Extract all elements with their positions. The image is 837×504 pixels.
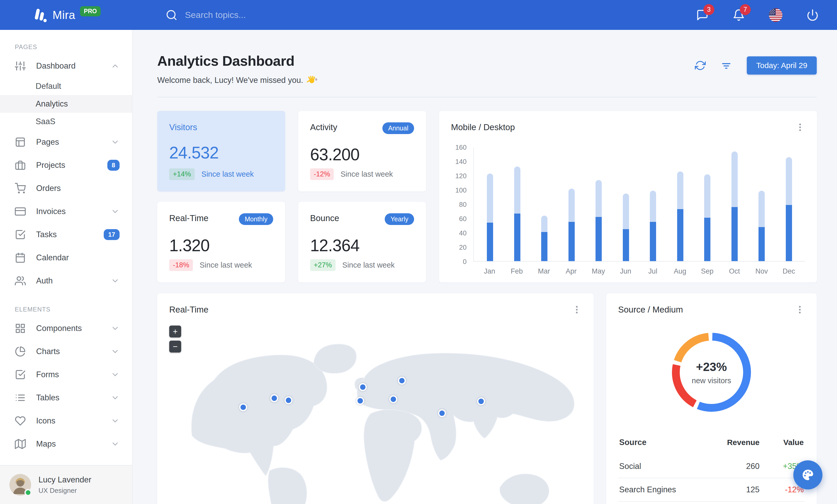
sidebar-item-auth[interactable]: Auth [0,269,132,292]
bar-mar[interactable] [541,216,548,261]
users-icon [15,275,26,286]
bar-jun[interactable] [623,193,629,261]
sidebar-item-pages[interactable]: Pages [0,130,132,153]
x-tick: Dec [775,267,802,275]
world-map[interactable] [158,324,593,504]
more-options-button[interactable] [795,123,805,132]
mira-logo-icon [33,8,47,22]
user-role: UX Designer [38,487,91,494]
heart-icon [15,415,26,426]
bar-apr[interactable] [569,189,575,261]
map-marker-7[interactable] [388,394,398,405]
bar-aug[interactable] [677,171,683,261]
map-marker-4[interactable] [358,382,368,392]
refresh-button[interactable] [695,60,706,71]
sidebar-subitem-saas[interactable]: SaaS [0,113,132,130]
source-table: Source Revenue Value Social260+35%Search… [618,431,805,504]
sidebar-item-projects[interactable]: Projects8 [0,153,132,177]
header-divider [157,97,817,97]
map-zoom-in-button[interactable]: + [169,325,181,337]
online-status-dot [24,489,32,496]
messages-button[interactable]: 3 [696,9,709,21]
count-badge: 8 [107,160,120,171]
map-marker-9[interactable] [476,396,486,407]
y-tick: 120 [456,172,467,180]
bar-may[interactable] [595,180,602,261]
wave-emoji-icon [307,75,317,86]
stat-caption: Since last week [201,170,254,179]
sidebar-item-tables[interactable]: Tables [0,386,132,409]
stat-value: 63.200 [310,145,414,164]
sidebar-subitem-analytics[interactable]: Analytics [0,95,132,113]
grid-icon [15,323,26,334]
more-options-button[interactable] [572,305,582,315]
stat-card-activity: ActivityAnnual63.200-12%Since last week [298,111,426,191]
sidebar-item-dashboard[interactable]: Dashboard [0,54,132,77]
y-axis: 020406080100120140160 [451,147,473,262]
sidebar-item-tasks[interactable]: Tasks17 [0,223,132,246]
bar-segment-mobile [786,205,792,261]
sidebar-subitem-default[interactable]: Default [0,77,132,95]
sidebar-item-label: Dashboard [36,61,76,71]
bar-nov[interactable] [759,191,765,261]
sidebar-item-forms[interactable]: Forms [0,363,132,386]
bar-oct[interactable] [731,151,738,261]
bar-segment-mobile [650,222,656,261]
brand[interactable]: Mira PRO [33,8,101,22]
y-tick: 140 [456,158,467,166]
briefcase-icon [15,160,26,171]
bar-jul[interactable] [650,191,656,261]
bar-dec[interactable] [786,157,792,261]
bar-segment-mobile [677,209,683,261]
period-badge[interactable]: Monthly [239,213,273,225]
search-input[interactable] [185,10,346,20]
sidebar-item-orders[interactable]: Orders [0,177,132,200]
map-marker-3[interactable] [283,395,294,406]
table-row-social[interactable]: Social260+35% [618,455,805,478]
map-marker-5[interactable] [355,396,366,406]
stats-and-chart-grid: Mobile / Desktop 020406080100120140160 J… [157,111,817,282]
kebab-icon [795,123,805,132]
bar-chart: 020406080100120140160 JanFebMarAprMayJun… [451,147,805,275]
sidebar-item-label: Maps [36,439,56,449]
bars-area [473,147,805,262]
power-icon [806,9,819,21]
language-button[interactable] [769,8,782,22]
map-marker-8[interactable] [437,408,447,418]
sidebar-item-maps[interactable]: Maps [0,432,132,455]
sidebar-item-components[interactable]: Components [0,317,132,340]
bar-feb[interactable] [514,167,520,261]
sidebar: PAGESDashboardDefaultAnalyticsSaaSPagesP… [0,30,132,504]
map-marker-6[interactable] [397,375,407,386]
map-marker-2[interactable] [269,393,280,404]
theme-settings-fab[interactable] [793,460,822,489]
x-tick: Jan [476,267,503,275]
map-marker-1[interactable] [238,402,249,413]
sign-out-button[interactable] [806,9,819,21]
filter-button[interactable] [721,60,732,71]
chevron-down-icon [111,276,120,285]
search-icon [165,9,178,21]
avatar [10,474,31,496]
notifications-button[interactable]: 7 [732,9,745,21]
date-range-button[interactable]: Today: April 29 [747,56,817,75]
map-zoom-out-button[interactable]: − [169,341,181,353]
sidebar-item-invoices[interactable]: Invoices [0,200,132,223]
table-row-direct[interactable]: Direct164+46% [618,501,805,504]
sidebar-item-label: Pages [36,137,59,147]
sidebar-item-charts[interactable]: Charts [0,340,132,363]
bar-sep[interactable] [704,174,710,261]
stat-value: 12.364 [310,236,414,255]
period-badge[interactable]: Yearly [385,213,414,225]
sidebar-item-label: Tasks [36,230,57,239]
donut-chart: +23% new visitors [667,328,755,416]
table-row-search-engines[interactable]: Search Engines125-12% [618,478,805,501]
sidebar-item-icons[interactable]: Icons [0,409,132,432]
more-options-button[interactable] [795,305,805,315]
sidebar-user[interactable]: Lucy Lavender UX Designer [0,465,132,504]
pie-chart-icon [15,346,26,357]
sidebar-item-calendar[interactable]: Calendar [0,246,132,269]
check-square-icon [15,229,26,240]
bar-jan[interactable] [487,173,493,261]
period-badge[interactable]: Annual [382,123,414,134]
